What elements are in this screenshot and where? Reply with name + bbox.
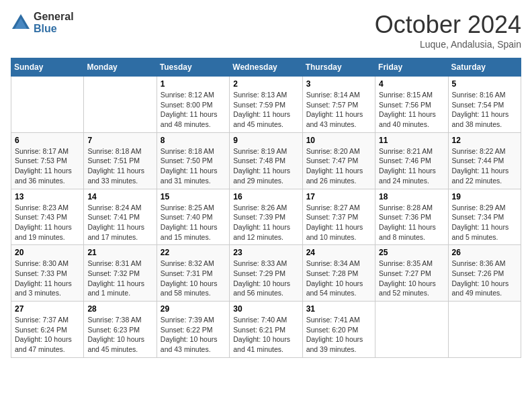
day-info: Sunrise: 8:18 AM Sunset: 7:50 PM Dayligh… xyxy=(161,146,226,186)
calendar-cell: 11Sunrise: 8:21 AM Sunset: 7:46 PM Dayli… xyxy=(375,132,448,189)
calendar-cell xyxy=(84,77,157,133)
day-number: 2 xyxy=(233,79,298,89)
day-info: Sunrise: 8:27 AM Sunset: 7:37 PM Dayligh… xyxy=(306,203,371,242)
calendar-cell xyxy=(375,302,448,358)
day-info: Sunrise: 8:13 AM Sunset: 7:59 PM Dayligh… xyxy=(233,90,298,130)
calendar-cell: 18Sunrise: 8:28 AM Sunset: 7:36 PM Dayli… xyxy=(375,189,448,245)
location: Luque, Andalusia, Spain xyxy=(375,39,521,50)
calendar-cell: 13Sunrise: 8:23 AM Sunset: 7:43 PM Dayli… xyxy=(11,189,84,245)
day-number: 1 xyxy=(161,79,226,89)
day-info: Sunrise: 8:35 AM Sunset: 7:27 PM Dayligh… xyxy=(379,259,444,298)
day-number: 8 xyxy=(161,136,226,145)
day-number: 27 xyxy=(15,304,80,314)
day-info: Sunrise: 8:19 AM Sunset: 7:48 PM Dayligh… xyxy=(233,146,298,186)
day-info: Sunrise: 7:39 AM Sunset: 6:22 PM Dayligh… xyxy=(161,315,226,355)
day-info: Sunrise: 7:38 AM Sunset: 6:23 PM Dayligh… xyxy=(87,315,152,355)
day-of-week-tuesday: Tuesday xyxy=(157,58,229,77)
day-info: Sunrise: 8:31 AM Sunset: 7:32 PM Dayligh… xyxy=(87,259,152,298)
day-info: Sunrise: 8:34 AM Sunset: 7:28 PM Dayligh… xyxy=(306,259,371,298)
calendar-header: SundayMondayTuesdayWednesdayThursdayFrid… xyxy=(11,58,521,77)
calendar-cell: 28Sunrise: 7:38 AM Sunset: 6:23 PM Dayli… xyxy=(84,302,157,358)
week-row: 27Sunrise: 7:37 AM Sunset: 6:24 PM Dayli… xyxy=(11,302,521,358)
day-number: 11 xyxy=(379,136,444,145)
day-number: 19 xyxy=(452,192,517,201)
calendar-cell: 1Sunrise: 8:12 AM Sunset: 8:00 PM Daylig… xyxy=(157,77,229,133)
month-title: October 2024 xyxy=(375,11,521,39)
day-info: Sunrise: 8:30 AM Sunset: 7:33 PM Dayligh… xyxy=(15,259,80,298)
calendar-cell: 15Sunrise: 8:25 AM Sunset: 7:40 PM Dayli… xyxy=(157,189,229,245)
day-number: 3 xyxy=(306,79,371,89)
day-of-week-wednesday: Wednesday xyxy=(230,58,302,77)
day-number: 4 xyxy=(379,79,444,89)
day-number: 21 xyxy=(87,248,152,257)
calendar-cell: 31Sunrise: 7:41 AM Sunset: 6:20 PM Dayli… xyxy=(302,302,375,358)
calendar-cell: 4Sunrise: 8:15 AM Sunset: 7:56 PM Daylig… xyxy=(375,77,448,133)
calendar-cell: 25Sunrise: 8:35 AM Sunset: 7:27 PM Dayli… xyxy=(375,245,448,302)
day-number: 12 xyxy=(452,136,517,145)
calendar-cell xyxy=(448,302,521,358)
calendar-cell: 14Sunrise: 8:24 AM Sunset: 7:41 PM Dayli… xyxy=(84,189,157,245)
logo-text: General Blue xyxy=(34,11,74,34)
day-number: 28 xyxy=(87,304,152,314)
calendar-cell: 12Sunrise: 8:22 AM Sunset: 7:44 PM Dayli… xyxy=(448,132,521,189)
day-info: Sunrise: 8:33 AM Sunset: 7:29 PM Dayligh… xyxy=(233,259,298,298)
day-number: 31 xyxy=(306,304,371,314)
day-number: 14 xyxy=(87,192,152,201)
day-info: Sunrise: 8:24 AM Sunset: 7:41 PM Dayligh… xyxy=(87,203,152,242)
calendar-cell: 21Sunrise: 8:31 AM Sunset: 7:32 PM Dayli… xyxy=(84,245,157,302)
day-number: 29 xyxy=(161,304,226,314)
day-info: Sunrise: 8:17 AM Sunset: 7:53 PM Dayligh… xyxy=(15,146,80,186)
calendar-body: 1Sunrise: 8:12 AM Sunset: 8:00 PM Daylig… xyxy=(11,77,521,358)
day-info: Sunrise: 8:36 AM Sunset: 7:26 PM Dayligh… xyxy=(452,259,517,298)
calendar-cell xyxy=(11,77,84,133)
calendar-cell: 8Sunrise: 8:18 AM Sunset: 7:50 PM Daylig… xyxy=(157,132,229,189)
day-number: 9 xyxy=(233,136,298,145)
calendar-cell: 6Sunrise: 8:17 AM Sunset: 7:53 PM Daylig… xyxy=(11,132,84,189)
day-info: Sunrise: 8:29 AM Sunset: 7:34 PM Dayligh… xyxy=(452,203,517,242)
day-number: 22 xyxy=(161,248,226,257)
calendar-cell: 26Sunrise: 8:36 AM Sunset: 7:26 PM Dayli… xyxy=(448,245,521,302)
day-info: Sunrise: 8:32 AM Sunset: 7:31 PM Dayligh… xyxy=(161,259,226,298)
calendar-cell: 29Sunrise: 7:39 AM Sunset: 6:22 PM Dayli… xyxy=(157,302,229,358)
day-info: Sunrise: 8:14 AM Sunset: 7:57 PM Dayligh… xyxy=(306,90,371,130)
day-info: Sunrise: 8:18 AM Sunset: 7:51 PM Dayligh… xyxy=(87,146,152,186)
day-info: Sunrise: 8:12 AM Sunset: 8:00 PM Dayligh… xyxy=(161,90,226,130)
week-row: 1Sunrise: 8:12 AM Sunset: 8:00 PM Daylig… xyxy=(11,77,521,133)
day-number: 20 xyxy=(15,248,80,257)
calendar-cell: 24Sunrise: 8:34 AM Sunset: 7:28 PM Dayli… xyxy=(302,245,375,302)
day-number: 15 xyxy=(161,192,226,201)
day-number: 26 xyxy=(452,248,517,257)
day-info: Sunrise: 8:15 AM Sunset: 7:56 PM Dayligh… xyxy=(379,90,444,130)
calendar-cell: 3Sunrise: 8:14 AM Sunset: 7:57 PM Daylig… xyxy=(302,77,375,133)
day-number: 16 xyxy=(233,192,298,201)
day-info: Sunrise: 7:41 AM Sunset: 6:20 PM Dayligh… xyxy=(306,315,371,355)
day-number: 23 xyxy=(233,248,298,257)
week-row: 13Sunrise: 8:23 AM Sunset: 7:43 PM Dayli… xyxy=(11,189,521,245)
day-info: Sunrise: 8:26 AM Sunset: 7:39 PM Dayligh… xyxy=(233,203,298,242)
day-number: 30 xyxy=(233,304,298,314)
calendar-cell: 7Sunrise: 8:18 AM Sunset: 7:51 PM Daylig… xyxy=(84,132,157,189)
calendar-cell: 30Sunrise: 7:40 AM Sunset: 6:21 PM Dayli… xyxy=(230,302,302,358)
day-info: Sunrise: 7:40 AM Sunset: 6:21 PM Dayligh… xyxy=(233,315,298,355)
day-info: Sunrise: 8:28 AM Sunset: 7:36 PM Dayligh… xyxy=(379,203,444,242)
logo: General Blue xyxy=(11,11,74,34)
logo-icon xyxy=(11,13,31,33)
page-header: General Blue October 2024 Luque, Andalus… xyxy=(11,11,521,50)
week-row: 20Sunrise: 8:30 AM Sunset: 7:33 PM Dayli… xyxy=(11,245,521,302)
day-info: Sunrise: 8:21 AM Sunset: 7:46 PM Dayligh… xyxy=(379,146,444,186)
day-info: Sunrise: 7:37 AM Sunset: 6:24 PM Dayligh… xyxy=(15,315,80,355)
calendar-cell: 2Sunrise: 8:13 AM Sunset: 7:59 PM Daylig… xyxy=(230,77,302,133)
day-of-week-saturday: Saturday xyxy=(448,58,521,77)
day-of-week-friday: Friday xyxy=(375,58,448,77)
day-number: 5 xyxy=(452,79,517,89)
day-of-week-monday: Monday xyxy=(84,58,157,77)
day-of-week-sunday: Sunday xyxy=(11,58,84,77)
day-info: Sunrise: 8:23 AM Sunset: 7:43 PM Dayligh… xyxy=(15,203,80,242)
day-info: Sunrise: 8:22 AM Sunset: 7:44 PM Dayligh… xyxy=(452,146,517,186)
logo-blue-text: Blue xyxy=(34,23,74,35)
day-number: 17 xyxy=(306,192,371,201)
calendar-cell: 9Sunrise: 8:19 AM Sunset: 7:48 PM Daylig… xyxy=(230,132,302,189)
calendar-cell: 20Sunrise: 8:30 AM Sunset: 7:33 PM Dayli… xyxy=(11,245,84,302)
day-info: Sunrise: 8:16 AM Sunset: 7:54 PM Dayligh… xyxy=(452,90,517,130)
day-number: 18 xyxy=(379,192,444,201)
